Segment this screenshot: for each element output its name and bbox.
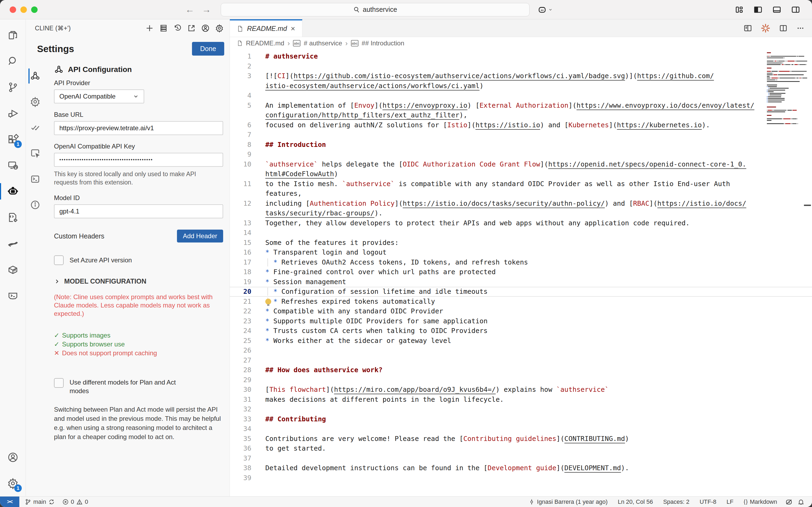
editor-line[interactable]: features, [230,189,812,199]
copilot-menu[interactable] [537,5,553,14]
breadcrumb-h1[interactable]: # authservice [304,40,342,47]
editor-line[interactable]: 8## Introduction [230,140,812,150]
activity-bar-item-containers[interactable] [0,257,25,282]
editor-line[interactable]: 33## Contributing [230,414,812,424]
editor-line[interactable]: 5An implementation of [Envoy](https://en… [230,101,812,111]
cline-starburst-icon[interactable] [760,23,771,33]
activity-bar-item-code-tools[interactable] [0,204,25,230]
model-id-input[interactable] [54,204,223,218]
editor-line[interactable]: 3[![CI](https://github.com/istio-ecosyst… [230,71,812,81]
split-editor-icon[interactable] [779,23,788,33]
breadcrumb-h2[interactable]: ## Introduction [362,40,404,47]
remote-indicator[interactable]: >< [0,497,19,507]
forward-icon[interactable]: → [202,4,211,15]
zoom-window-button[interactable] [31,6,38,13]
plus-icon[interactable] [145,24,154,33]
editor-line[interactable]: 13Together, they allow developers to pro… [230,218,812,228]
model-configuration-toggle[interactable]: MODEL CONFIGURATION [54,277,223,285]
customize-layout-icon[interactable] [735,5,744,14]
back-icon[interactable]: ← [185,4,194,15]
editor-line[interactable]: 17* Retrieves OAuth2 Access tokens, ID t… [230,258,812,268]
editor-line[interactable]: 19* Session management [230,277,812,287]
indentation-status[interactable]: Spaces: 2 [659,498,693,505]
editor-line[interactable]: 28## How does authservice work? [230,365,812,375]
editor-line[interactable]: configuration/http/http_filters/ext_auth… [230,110,812,120]
editor-line[interactable]: 20* Configuration of session lifetime an… [230,287,812,297]
editor-line[interactable]: 22* Compatible with any standard OIDC Pr… [230,306,812,316]
encoding-status[interactable]: UTF-8 [696,498,720,505]
editor-line[interactable]: 38Detailed development instructions can … [230,463,812,473]
toggle-panel-icon[interactable] [772,5,781,14]
editor-line[interactable]: 39 [230,473,812,483]
settings-tab-auto-approve[interactable] [26,115,44,140]
plan-act-checkbox[interactable] [54,378,64,388]
account-icon[interactable] [201,24,210,33]
more-actions-icon[interactable] [796,23,805,33]
command-center-search[interactable]: authservice [221,3,529,16]
editor-line[interactable]: 27 [230,355,812,365]
editor-line[interactable]: tasks/security/rbac-groups/). [230,208,812,218]
editor-line[interactable]: 10`authservice` helps delegate the [OIDC… [230,160,812,169]
editor-line[interactable]: 30[This flowchart](https://miro.com/app/… [230,385,812,395]
editor-line[interactable]: 7 [230,130,812,140]
cursor-position[interactable]: Ln 20, Col 56 [614,498,657,505]
editor-line[interactable]: 9 [230,150,812,160]
editor-line[interactable]: 14 [230,228,812,238]
activity-bar-item-run-debug[interactable] [0,100,25,126]
toggle-primary-sidebar-icon[interactable] [753,5,763,14]
add-header-button[interactable]: Add Header [177,230,223,242]
base-url-input[interactable] [54,121,223,135]
activity-bar-item-search[interactable] [0,48,25,74]
activity-bar-item-accounts[interactable] [0,444,25,470]
editor-line[interactable]: 15Some of the features it provides: [230,238,812,248]
editor-line[interactable]: 32 [230,404,812,414]
settings-tab-about[interactable] [26,192,44,218]
mcp-servers-icon[interactable] [159,24,168,33]
editor-line[interactable]: 1# authservice [230,52,812,61]
open-in-editor-icon[interactable] [187,24,196,33]
editor-pane[interactable]: 1# authservice23[![CI](https://github.co… [230,49,812,496]
activity-bar-item-kangaroo-ext[interactable] [0,230,25,257]
editor-line[interactable]: 24* Trusts custom CA certs when talking … [230,326,812,336]
notifications-status[interactable] [797,498,805,505]
settings-tab-api-config[interactable] [26,63,44,89]
editor-line[interactable]: 12including [Authentication Policy](http… [230,199,812,209]
editor-line[interactable]: 16* Transparent login and logout [230,247,812,258]
editor-line[interactable]: 4 [230,91,812,101]
azure-api-version-checkbox[interactable] [54,256,64,265]
language-status[interactable]: { } Markdown [740,498,781,505]
problems-status[interactable]: 0 0 [59,497,92,507]
activity-bar-item-cline[interactable] [0,178,25,204]
editor-line[interactable]: 29 [230,375,812,385]
history-icon[interactable] [173,24,182,33]
close-icon[interactable]: × [291,24,295,33]
activity-bar-item-source-control[interactable] [0,74,25,100]
close-window-button[interactable] [10,6,16,13]
minimap[interactable] [767,52,807,126]
done-button[interactable]: Done [192,42,224,56]
editor-line[interactable]: 25* Works either at the sidecar or gatew… [230,336,812,346]
editor-line[interactable]: 6focused on delivering authN/Z solutions… [230,120,812,130]
breadcrumb-file[interactable]: README.md [246,40,284,47]
lightbulb-icon[interactable] [265,299,271,304]
editor-line[interactable]: 26 [230,346,812,355]
settings-tab-browser[interactable] [26,140,44,166]
editor-line[interactable]: 35Contributions are very welcome! Please… [230,434,812,444]
editor-line[interactable]: istio-ecosystem/authservice/actions/work… [230,81,812,91]
settings-gear-icon[interactable] [215,24,224,33]
activity-bar-item-extensions[interactable]: 1 [0,126,25,152]
editor-line[interactable]: 34 [230,424,812,434]
copilot-status[interactable] [784,498,794,506]
branch-status[interactable]: main [19,497,59,507]
blame-status[interactable]: Ignasi Barrera (1 year ago) [525,498,612,505]
editor-line[interactable]: 18* Fine-grained control over which url … [230,267,812,277]
markdown-preview-icon[interactable] [743,23,752,33]
api-provider-select[interactable]: OpenAI Compatible [54,90,144,103]
activity-bar-item-terminal-ext[interactable] [0,282,25,308]
activity-bar-item-explorer[interactable] [0,22,25,48]
editor-line[interactable]: 23* Supports multiple OIDC Providers for… [230,316,812,326]
settings-tab-general[interactable] [26,89,44,115]
api-key-input[interactable] [54,153,223,167]
eol-status[interactable]: LF [723,498,737,505]
editor-line[interactable]: 21* Refreshes expired tokens automatical… [230,297,812,307]
